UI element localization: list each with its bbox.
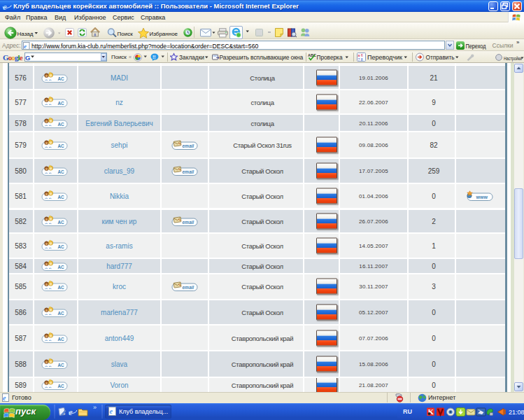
svg-text:АС: АС xyxy=(57,363,64,368)
svg-text:email: email xyxy=(183,219,194,224)
svg-text:АС: АС xyxy=(57,285,64,290)
svg-text:АС: АС xyxy=(57,144,64,148)
svg-text:7 8: 7 8 xyxy=(358,57,363,61)
svg-text:e: e xyxy=(69,407,73,417)
svg-text:e: e xyxy=(24,42,27,49)
svg-text:ABC: ABC xyxy=(308,52,316,57)
svg-text:Переводчик: Переводчик xyxy=(367,54,402,61)
svg-text:АС: АС xyxy=(57,220,64,225)
svg-text:Назад: Назад xyxy=(17,31,34,37)
svg-text:АС: АС xyxy=(57,169,64,174)
svg-text:!!: !! xyxy=(153,55,155,59)
svg-text:email: email xyxy=(183,285,194,290)
svg-text:АС: АС xyxy=(57,244,64,249)
svg-text:Переход: Переход xyxy=(466,42,486,49)
svg-text:www: www xyxy=(476,195,488,200)
svg-text:email: email xyxy=(183,169,194,174)
svg-text:АС: АС xyxy=(57,337,64,342)
svg-text:e: e xyxy=(3,1,7,11)
svg-text:Поиск: Поиск xyxy=(118,31,134,37)
svg-text:АС: АС xyxy=(57,384,64,388)
svg-text:АС: АС xyxy=(57,265,64,270)
svg-text:АС: АС xyxy=(57,101,64,106)
svg-text:email: email xyxy=(183,143,194,148)
svg-text:АС: АС xyxy=(57,76,64,81)
svg-text:АС: АС xyxy=(57,311,64,316)
svg-text:e: e xyxy=(110,407,113,415)
svg-text:Закладки: Закладки xyxy=(179,54,204,61)
svg-text:АС: АС xyxy=(57,195,64,200)
svg-text:Проверка: Проверка xyxy=(317,54,343,61)
svg-text:Настройки: Настройки xyxy=(504,55,522,62)
svg-text:e: e xyxy=(3,394,6,402)
svg-text:АС: АС xyxy=(57,122,64,127)
svg-text:Отправить: Отправить xyxy=(425,54,455,61)
svg-text:Избранное: Избранное xyxy=(150,30,178,36)
